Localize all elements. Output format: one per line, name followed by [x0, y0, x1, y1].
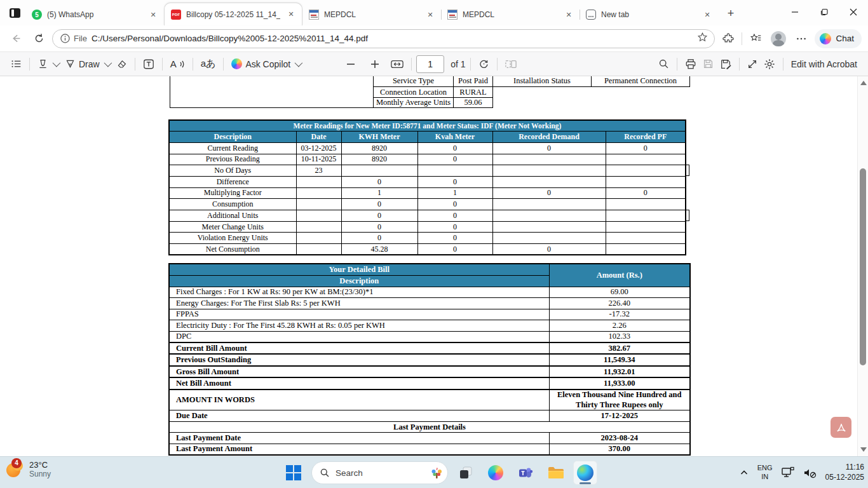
pdf-settings-button[interactable]	[761, 55, 778, 73]
avatar	[771, 31, 786, 46]
eraser-button[interactable]	[113, 55, 130, 73]
bill-amount-cell: 11,932.01	[549, 366, 690, 378]
meter-table-row: Multiplying Factor1100	[169, 187, 686, 199]
installation-status-label: Installation Status	[492, 76, 592, 87]
pdf-icon-label: PDF	[172, 13, 180, 17]
acrobat-floating-button[interactable]	[831, 417, 851, 438]
scroll-up-arrow[interactable]	[860, 81, 867, 85]
meter-table-row: Violation Energy Units00	[169, 233, 686, 244]
meter-table-cell: 1	[341, 187, 417, 199]
rotate-button[interactable]	[475, 55, 492, 73]
translate-button[interactable]: aあ	[198, 55, 219, 73]
minimize-button[interactable]	[780, 0, 810, 24]
print-button[interactable]	[682, 55, 700, 73]
meter-table-cell	[296, 233, 341, 244]
add-text-button[interactable]	[140, 55, 158, 73]
extensions-button[interactable]	[719, 29, 738, 48]
table-of-contents-button[interactable]	[8, 55, 25, 73]
vertical-scrollbar[interactable]	[857, 76, 868, 456]
meter-table-cell: 0	[492, 244, 606, 255]
date: 05-12-2025	[825, 473, 864, 483]
tab-close-icon[interactable]: ✕	[285, 9, 297, 20]
copilot-chat-button[interactable]: Chat	[815, 29, 862, 48]
bill-charge-row: DPC102.33	[169, 331, 690, 342]
profile-button[interactable]	[769, 29, 788, 48]
taskbar-search[interactable]: Search	[311, 461, 448, 484]
bill-description-cell: Current Bill Amount	[169, 342, 549, 355]
meter-table-cell: 03-12-2025	[296, 142, 341, 154]
tab-label: MEPDCL	[324, 10, 419, 19]
tab-close-icon[interactable]: ✕	[702, 9, 713, 20]
edit-with-acrobat-button[interactable]: Edit with Acrobat	[788, 55, 860, 73]
scroll-down-arrow[interactable]	[860, 447, 867, 452]
tab-billcopy-pdf[interactable]: PDF Billcopy 05-12-2025 11_14_44.pdf ✕	[164, 3, 302, 25]
meter-table-cell	[606, 165, 686, 177]
copilot-taskbar-button[interactable]	[484, 461, 508, 485]
url-field[interactable]: File C:/Users/Personal/Downloads/Billcop…	[52, 29, 715, 48]
meter-table-row: No Of Days23	[169, 165, 686, 177]
ask-copilot-button[interactable]: Ask Copilot	[228, 55, 304, 73]
scrollbar-thumb[interactable]	[860, 168, 866, 365]
column-header: Kvah Meter	[417, 132, 492, 143]
file-explorer-button[interactable]	[543, 461, 567, 485]
tab-whatsapp[interactable]: 5 (5) WhatsApp ✕	[25, 4, 164, 25]
save-button[interactable]	[700, 55, 717, 73]
task-view-button[interactable]	[454, 461, 478, 485]
meter-table-row: Meter Change Units00	[169, 221, 686, 233]
site-info[interactable]: File	[60, 34, 87, 43]
refresh-button[interactable]	[29, 29, 48, 48]
teams-button[interactable]	[513, 461, 538, 485]
volume-muted-icon[interactable]	[803, 466, 817, 479]
copilot-icon	[488, 465, 503, 480]
fit-to-width-button[interactable]	[388, 55, 407, 73]
meter-table-cell: 1	[417, 187, 492, 199]
tab-mepdcl-2[interactable]: MEPDCL ✕	[441, 4, 580, 25]
back-button[interactable]	[6, 29, 25, 48]
read-aloud-button[interactable]: A	[167, 55, 188, 73]
url-text: C:/Users/Personal/Downloads/Billcopy%200…	[92, 34, 693, 43]
zoom-in-button[interactable]	[367, 55, 383, 73]
bill-total-row: Net Bill Amount11,933.00	[169, 377, 690, 390]
settings-menu-button[interactable]	[792, 29, 811, 48]
meter-table-row: Current Reading03-12-20258920000	[169, 142, 686, 154]
network-icon[interactable]	[781, 466, 795, 479]
draw-button[interactable]: Draw	[62, 55, 113, 73]
tab-actions-button[interactable]	[4, 2, 25, 24]
language-indicator[interactable]: ENG IN	[757, 464, 773, 482]
tab-mepdcl-1[interactable]: MEPDCL ✕	[302, 4, 441, 25]
description-column-header: Description	[169, 275, 549, 287]
maximize-button[interactable]	[810, 0, 839, 24]
notification-badge: 4	[11, 458, 22, 468]
bill-amount-cell: 102.33	[549, 331, 690, 342]
divider	[223, 58, 224, 71]
bill-amount-cell: 226.40	[549, 298, 690, 309]
page-number-input[interactable]	[416, 55, 444, 73]
tab-close-icon[interactable]: ✕	[563, 9, 574, 20]
close-window-button[interactable]	[839, 0, 868, 24]
save-as-button[interactable]	[717, 55, 735, 73]
tab-bar: 5 (5) WhatsApp ✕ PDF Billcopy 05-12-2025…	[0, 0, 868, 25]
favorites-button[interactable]	[746, 29, 765, 48]
due-date-label: Due Date	[169, 410, 549, 422]
draw-label: Draw	[79, 59, 100, 69]
bill-total-row: Current Bill Amount382.67	[169, 342, 690, 355]
meter-table-cell	[417, 165, 492, 177]
meter-table-cell	[296, 244, 341, 255]
meter-table-cell: 0	[417, 176, 492, 187]
search-document-button[interactable]	[655, 55, 672, 73]
highlighter-button[interactable]	[34, 55, 62, 73]
tab-close-icon[interactable]: ✕	[424, 9, 436, 20]
page-view-button[interactable]	[502, 55, 520, 73]
clock[interactable]: 11:16 05-12-2025	[825, 463, 864, 482]
zoom-out-button[interactable]	[343, 55, 358, 73]
tab-new-tab[interactable]: New tab ✕	[580, 4, 718, 25]
weather-widget[interactable]: 4 23°C Sunny	[6, 460, 51, 478]
new-tab-button[interactable]: +	[722, 4, 740, 22]
divider	[162, 58, 163, 71]
tab-close-icon[interactable]: ✕	[147, 9, 159, 20]
start-button[interactable]	[281, 461, 306, 485]
favorite-star-icon[interactable]	[697, 32, 708, 45]
edge-button[interactable]	[573, 461, 597, 485]
hidden-icons-chevron[interactable]	[739, 468, 749, 478]
fullscreen-button[interactable]	[744, 55, 761, 73]
